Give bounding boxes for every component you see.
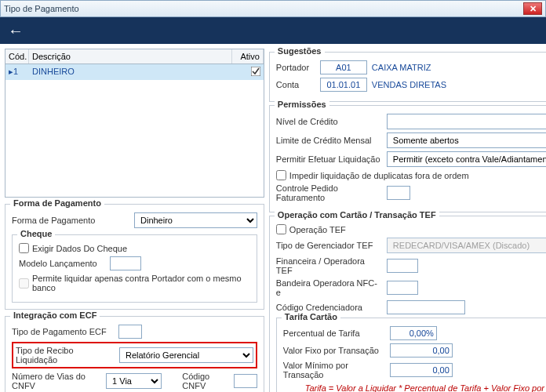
exigir-cheque-checkbox[interactable] [19, 243, 29, 253]
permitir-label: Permitir Efetuar Liquidação [276, 154, 382, 164]
exigir-cheque-label: Exigir Dados Do Cheque [32, 244, 127, 253]
limite-select[interactable]: Somente abertos [387, 132, 546, 148]
back-arrow-icon[interactable]: ← [8, 22, 24, 40]
limite-label: Limite de Crédito Mensal [276, 136, 382, 145]
close-button[interactable]: ✕ [523, 2, 542, 15]
conta-desc[interactable]: VENDAS DIRETAS [372, 80, 446, 89]
tarifa-group: Tarifa Cartão Percentual de Tarifa Valor… [276, 318, 546, 392]
permitir-select[interactable]: Permitir (exceto contra Vale/Adiantament… [387, 151, 546, 167]
grid-row[interactable]: ▸1 DINHEIRO [5, 64, 264, 80]
portador-code[interactable] [320, 60, 367, 74]
valor-min-label: Valor Mínimo por Transação [283, 361, 385, 379]
checkmark-icon [251, 67, 260, 76]
bandeira-label: Bandeira Operadora NFC-e [276, 278, 382, 297]
operacao-tef-checkbox[interactable] [276, 224, 286, 234]
tipo-pag-ecf-label: Tipo de Pagamento ECF [12, 327, 114, 336]
valor-fixo-label: Valor Fixo por Transação [283, 346, 385, 355]
navbar: ← [0, 17, 546, 44]
impedir-checkbox[interactable] [276, 170, 286, 180]
tipo-recibo-select[interactable]: Relatório Gerencial [119, 347, 253, 363]
portador-label: Portador [276, 63, 315, 72]
financeira-label: Financeira / Operadora TEF [276, 256, 382, 275]
cheque-group: Cheque Exigir Dados Do Cheque Modelo Lan… [12, 234, 257, 303]
nivel-select[interactable] [387, 114, 546, 129]
forma-pagamento-group: Forma de Pagamento Forma de Pagamento Di… [5, 204, 264, 310]
permissoes-group: Permissões Nível de Crédito Limite de Cr… [269, 105, 546, 212]
grid-header: Cód. Descrição Ativo [5, 49, 264, 64]
permissoes-legend: Permissões [275, 100, 329, 109]
col-desc: Descrição [29, 49, 232, 64]
impedir-label: Impedir liquidação de duplicatas fora de… [289, 171, 469, 180]
percentual-input[interactable] [390, 326, 437, 340]
col-cod: Cód. [5, 49, 29, 64]
modelo-input[interactable] [110, 256, 141, 270]
num-vias-select[interactable]: 1 Via [106, 373, 162, 389]
forma-label: Forma de Pagamento [12, 216, 129, 225]
controle-label: Controle Pedido Faturamento [276, 183, 382, 202]
cheque-legend: Cheque [17, 229, 55, 238]
nivel-label: Nível de Crédito [276, 117, 382, 126]
codigo-cred-label: Código Credenciadora [276, 303, 382, 312]
forma-select[interactable]: Dinheiro [134, 212, 257, 228]
sugestoes-legend: Sugestões [275, 46, 325, 56]
forma-legend: Forma de Pagamento [10, 198, 104, 208]
num-vias-label: Número de Vias do CNFV [12, 372, 101, 390]
payment-grid[interactable]: Cód. Descrição Ativo ▸1 DINHEIRO [5, 49, 264, 198]
ecf-group: Integração com ECF Tipo de Pagamento ECF… [5, 316, 264, 392]
financeira-input[interactable] [387, 259, 418, 273]
row-desc: DINHEIRO [29, 64, 232, 80]
cartao-group: Operação com Cartão / Transação TEF Oper… [269, 216, 546, 392]
bandeira-input[interactable] [387, 281, 418, 295]
valor-min-input[interactable] [390, 363, 453, 377]
codigo-cnfv-input[interactable] [234, 374, 257, 388]
percentual-label: Percentual de Tarifa [283, 328, 385, 338]
codigo-cnfv-label: Código CNFV [182, 372, 229, 390]
tarifa-legend: Tarifa Cartão [282, 312, 340, 321]
portador-desc[interactable]: CAIXA MATRIZ [372, 63, 431, 72]
permite-liquidar-label: Permite liquidar apenas contra Portador … [32, 274, 250, 292]
highlighted-row: Tipo de Recibo Liquidação Relatório Gere… [12, 342, 257, 368]
codigo-cred-input[interactable] [387, 300, 465, 314]
modelo-label: Modelo Lançamento [19, 259, 105, 268]
gerenciador-label: Tipo de Gerenciador TEF [276, 241, 382, 250]
tipo-recibo-label: Tipo de Recibo Liquidação [16, 346, 115, 365]
permite-liquidar-checkbox [19, 278, 29, 289]
ecf-legend: Integração com ECF [10, 310, 100, 320]
gerenciador-select: REDECARD/VISA/AMEX (Discado) [387, 238, 546, 253]
operacao-tef-label: Operação TEF [289, 225, 346, 234]
conta-code[interactable] [320, 78, 367, 92]
controle-input[interactable] [387, 186, 410, 200]
svg-rect-0 [251, 67, 260, 76]
row-cod: ▸1 [5, 64, 29, 80]
tarifa-note: Tarifa = Valor a Liquidar * Percentual d… [283, 383, 546, 392]
sugestoes-group: Sugestões Portador CAIXA MATRIZ Conta VE… [269, 52, 546, 102]
cartao-legend: Operação com Cartão / Transação TEF [275, 210, 439, 220]
row-ativo [232, 64, 264, 80]
window-title: Tipo de Pagamento [4, 4, 523, 13]
valor-fixo-input[interactable] [390, 343, 453, 358]
conta-label: Conta [276, 80, 315, 89]
tipo-pag-ecf-input[interactable] [118, 325, 142, 339]
titlebar: Tipo de Pagamento ✕ [0, 0, 546, 17]
col-ativo: Ativo [232, 49, 264, 64]
